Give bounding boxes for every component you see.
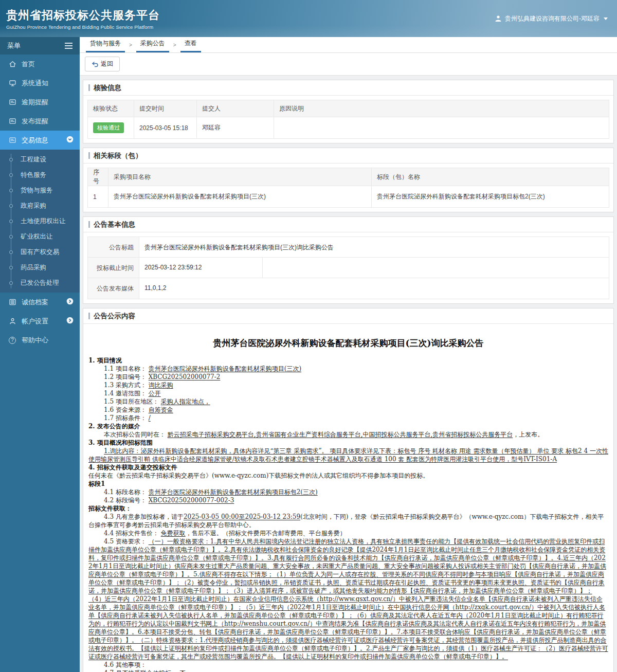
breadcrumb-item[interactable]: 查看 <box>180 35 201 52</box>
user-menu[interactable]: 贵州弘典建设咨询有限公司-邓廷容 <box>495 14 608 23</box>
column-header: 原因说明 <box>274 100 609 117</box>
doc-line: 4.6 其他事项： <box>88 661 608 669</box>
column-header: 标段（包）名称 <box>372 168 609 186</box>
sidebar-item-label: 发布提醒 <box>22 117 74 126</box>
verify-table: 核验状态 提交时间 提交人 原因说明 核验通过 2025-03-05 15:18… <box>87 100 609 139</box>
notice-section: 公告公示内容 贵州茅台医院泌尿外科新购设备配套耗材采购项目(三次)询比采购公告 … <box>83 308 614 672</box>
doc-heading: 2. 发布公告的媒介 <box>88 422 608 430</box>
sidebar-item-label: 首页 <box>22 60 74 69</box>
doc-heading: 1. 项目情况 <box>88 356 608 365</box>
toolbar: 返回 <box>80 53 617 76</box>
folder-icon <box>8 117 16 125</box>
sidebar-item-label: 帮助中心 <box>22 336 74 345</box>
breadcrumb-item[interactable]: 采购公告 <box>136 35 169 52</box>
chevron-right-circle-icon <box>66 317 74 325</box>
breadcrumb-item[interactable]: 货物与服务 <box>86 35 125 52</box>
breadcrumb-separator: > <box>129 42 132 52</box>
column-header: 序号 <box>88 168 108 186</box>
content: 货物与服务>采购公告>查看 返回 核验信息 <box>80 37 617 672</box>
sidebar: 菜单 首页系统通知逾期提醒发布提醒交易信息工程建设特色服务货物与服务政府采购土地… <box>0 37 80 672</box>
sidebar-item-首页[interactable]: 首页 <box>0 55 80 74</box>
sidebar-item-label: 逾期提醒 <box>22 98 74 107</box>
help-icon: ? <box>8 336 16 344</box>
table-cell: 1 <box>88 186 108 208</box>
sidebar-item-发布提醒[interactable]: 发布提醒 <box>0 112 80 131</box>
field-value: 11,0,1,2 <box>139 278 609 299</box>
sidebar-item-label: 系统通知 <box>22 79 74 88</box>
submitter: 邓廷容 <box>197 117 274 139</box>
app-title: 贵州省招标投标公共服务平台 <box>6 8 160 23</box>
column-header: 核验状态 <box>88 100 134 117</box>
user-name: 贵州弘典建设咨询有限公司-邓廷容 <box>505 14 600 23</box>
sidebar-item-诚信档案[interactable]: 诚信档案 <box>0 293 80 312</box>
doc-line: 1.7 招标条件： / <box>88 414 608 422</box>
column-header: 提交时间 <box>134 100 197 117</box>
table-cell: 贵州茅台医院泌尿外科新购设备配套耗材采购项目(三次) <box>108 186 372 208</box>
sidebar-subitem-矿业权出让[interactable]: 矿业权出让 <box>0 229 80 244</box>
breadcrumb: 货物与服务>采购公告>查看 <box>80 37 617 53</box>
status-badge: 核验通过 <box>93 122 124 133</box>
hamburger-icon[interactable] <box>65 43 72 49</box>
submit-time: 2025-03-05 15:18 <box>134 117 197 139</box>
sidebar-subitem-政府采购[interactable]: 政府采购 <box>0 198 80 213</box>
doc-line: 1.1 项目名称： 贵州茅台医院泌尿外科新购设备配套耗材采购项目(三次) <box>88 365 608 373</box>
section-marker <box>88 313 90 319</box>
doc-line: 本次招标公告同时在： 黔云招采电子招标采购交易平台,贵州省国有企业生产资料综合服… <box>88 430 608 439</box>
lots-section-title: 相关标段（包） <box>83 148 613 164</box>
sidebar-item-交易信息[interactable]: 交易信息 <box>0 131 80 150</box>
sidebar-subitem-工程建设[interactable]: 工程建设 <box>0 152 80 167</box>
lots-section: 相关标段（包） 序号 采购项目名称 标段（包）名称 1贵州茅台医院泌尿外科新购设… <box>83 148 614 212</box>
sidebar-subitem-土地使用权出让[interactable]: 土地使用权出让 <box>0 213 80 229</box>
main: 菜单 首页系统通知逾期提醒发布提醒交易信息工程建设特色服务货物与服务政府采购土地… <box>0 37 617 672</box>
list-icon <box>8 298 16 306</box>
field-value: 贵州茅台医院泌尿外科新购设备配套耗材采购项目(三次)询比采购公告 <box>139 237 609 257</box>
sidebar-item-逾期提醒[interactable]: 逾期提醒 <box>0 93 80 112</box>
sidebar-nav: 首页系统通知逾期提醒发布提醒交易信息工程建设特色服务货物与服务政府采购土地使用权… <box>0 55 80 350</box>
sidebar-item-帐户设置[interactable]: 帐户设置 <box>0 312 80 331</box>
sidebar-subitem-特色服务[interactable]: 特色服务 <box>0 167 80 183</box>
chevron-right-circle-icon <box>66 298 74 306</box>
page: 贵州省招标投标公共服务平台 GuiZhou Province Tendering… <box>0 0 617 672</box>
reason <box>274 117 609 139</box>
field-value: 2025-03-12 23:59:12 <box>139 258 263 278</box>
field-label: 投标截止时间 <box>88 258 139 278</box>
verify-section-title: 核验信息 <box>83 80 613 96</box>
basic-info-table: 公告标题 贵州茅台医院泌尿外科新购设备配套耗材采购项目(三次)询比采购公告 投标… <box>87 237 609 299</box>
sidebar-subitem-药品采购[interactable]: 药品采购 <box>0 260 80 275</box>
doc-line: 1.3 采购方式： 询比采购 <box>88 381 608 389</box>
column-header: 提交人 <box>197 100 274 117</box>
empty-cell <box>263 258 609 278</box>
back-label: 返回 <box>101 60 113 68</box>
doc-line: 1.询比内容：泌尿外科新购设备配套耗材采购，具体内容详见“第三章 采购需求”。 … <box>88 447 608 463</box>
sidebar-subitem-国有产权交易[interactable]: 国有产权交易 <box>0 244 80 260</box>
folder-icon <box>8 98 16 106</box>
caret-down-icon <box>604 17 608 20</box>
sidebar-item-系统通知[interactable]: 系统通知 <box>0 74 80 93</box>
brand: 贵州省招标投标公共服务平台 GuiZhou Province Tendering… <box>6 8 160 30</box>
doc-line: 4.7 是否接受联合体投标： 否 <box>88 669 608 672</box>
sidebar-subitem-已发公告处理[interactable]: 已发公告处理 <box>0 275 80 290</box>
home-icon <box>8 60 16 68</box>
notice-section-title: 公告公示内容 <box>83 308 613 324</box>
column-header: 采购项目名称 <box>108 168 372 186</box>
doc-heading: 3. 项目概况和招标范围 <box>88 439 608 447</box>
sidebar-item-帮助中心[interactable]: ?帮助中心 <box>0 331 80 350</box>
info-row: 投标截止时间 2025-03-12 23:59:12 <box>88 258 609 278</box>
sidebar-subitem-货物与服务[interactable]: 货物与服务 <box>0 183 80 198</box>
table-row: 核验通过 2025-03-05 15:18 邓廷容 <box>88 117 609 139</box>
info-row: 公告标题 贵州茅台医院泌尿外科新购设备配套耗材采购项目(三次)询比采购公告 <box>88 237 609 258</box>
doc-line: 4.2 标段编号： XBCG202502000077-002-3 <box>88 496 608 504</box>
user-icon <box>8 317 16 325</box>
table-cell: 贵州茅台医院泌尿外科新购设备配套耗材采购项目标包2(三次) <box>372 186 609 208</box>
section-marker <box>88 221 90 228</box>
section-marker <box>88 152 90 159</box>
folder-icon <box>8 136 16 144</box>
doc-title: 贵州茅台医院泌尿外科新购设备配套耗材采购项目(三次)询比采购公告 <box>88 337 608 349</box>
verify-section: 核验信息 核验状态 提交时间 提交人 原因说明 <box>83 80 614 143</box>
doc-line: 4.5 资格要求： （一）一般资格要求：1.具有中华人民共和国境内依法登记注册的… <box>88 537 608 661</box>
back-button[interactable]: 返回 <box>85 57 120 71</box>
sidebar-menu-head: 菜单 <box>0 37 80 55</box>
doc-line: 4.1 标段名称： 贵州茅台医院泌尿外科新购设备配套耗材采购项目标包2(三次) <box>88 488 608 496</box>
notice-body: 1. 项目情况1.1 项目名称： 贵州茅台医院泌尿外科新购设备配套耗材采购项目(… <box>88 356 608 672</box>
section-marker <box>88 84 90 91</box>
